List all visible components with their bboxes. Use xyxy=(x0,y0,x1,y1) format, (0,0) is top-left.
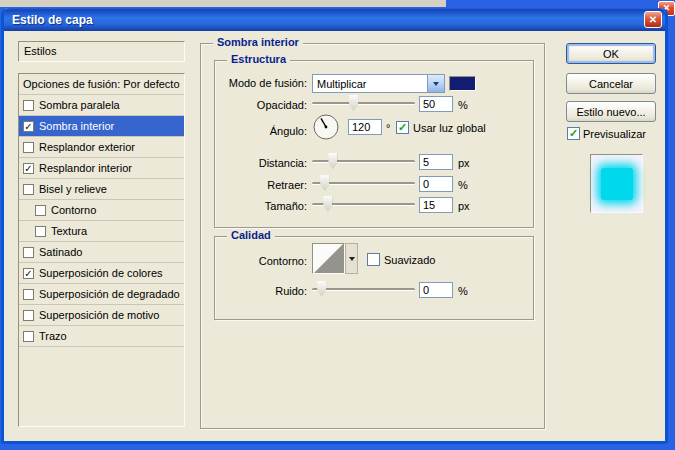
style-label: Resplandor exterior xyxy=(39,141,135,153)
angle-input[interactable] xyxy=(348,119,382,135)
distance-slider[interactable] xyxy=(312,153,415,169)
new-style-button[interactable]: Estilo nuevo... xyxy=(566,101,656,122)
style-list-item[interactable]: Superposición de motivo xyxy=(19,305,184,326)
size-unit: px xyxy=(458,200,470,212)
style-label: Trazo xyxy=(39,330,67,342)
angle-label: Ángulo: xyxy=(215,125,307,137)
contour-dropdown-button[interactable] xyxy=(345,243,358,274)
slider-track xyxy=(312,102,415,105)
antialias-checkbox[interactable] xyxy=(367,253,380,266)
preview-color xyxy=(601,168,633,200)
style-label: Sombra interior xyxy=(39,120,114,132)
opacity-slider[interactable] xyxy=(312,95,415,111)
style-checkbox[interactable] xyxy=(23,289,34,300)
chevron-down-icon xyxy=(433,82,439,86)
style-checkbox[interactable]: ✓ xyxy=(23,163,34,174)
style-label: Superposición de motivo xyxy=(39,309,159,321)
style-checkbox[interactable] xyxy=(23,247,34,258)
chevron-down-icon xyxy=(349,257,355,261)
opacity-slider-thumb[interactable] xyxy=(349,95,358,111)
style-checkbox[interactable] xyxy=(23,142,34,153)
contour-picker[interactable] xyxy=(312,243,345,274)
size-input[interactable] xyxy=(419,197,453,213)
global-light-checkbox[interactable]: ✓ xyxy=(396,121,409,134)
style-checkbox[interactable]: ✓ xyxy=(23,268,34,279)
style-label: Superposición de degradado xyxy=(39,288,180,300)
preview-label: Previsualizar xyxy=(583,128,646,140)
styles-header-label: Estilos xyxy=(24,45,56,57)
blend-mode-dropdown[interactable]: Multiplicar xyxy=(312,74,445,93)
quality-legend: Calidad xyxy=(227,229,275,241)
style-preview-thumbnail xyxy=(590,154,643,213)
dropdown-arrow-button[interactable] xyxy=(427,75,444,92)
layer-style-dialog: Estilo de capa ✕ Estilos Opciones de fus… xyxy=(1,8,668,444)
style-list-item[interactable]: ✓Superposición de colores xyxy=(19,263,184,284)
style-label: Sombra paralela xyxy=(39,99,120,111)
cancel-button[interactable]: Cancelar xyxy=(566,73,656,94)
blend-color-swatch[interactable] xyxy=(449,76,476,91)
style-checkbox[interactable] xyxy=(23,331,34,342)
structure-group: Estructura Modo de fusión: Multiplicar O… xyxy=(214,60,534,228)
noise-slider-thumb[interactable] xyxy=(317,281,326,297)
check-icon: ✓ xyxy=(569,127,578,139)
style-label: Opciones de fusión: Por defecto xyxy=(23,78,180,90)
panel-title: Sombra interior xyxy=(213,36,303,48)
style-list-item[interactable]: Contorno xyxy=(19,200,184,221)
styles-header[interactable]: Estilos xyxy=(18,41,185,62)
style-list-item[interactable]: ✓Resplandor interior xyxy=(19,158,184,179)
quality-group: Calidad Contorno: Suavizado Ruido: % xyxy=(214,236,534,320)
style-label: Superposición de colores xyxy=(39,267,163,279)
global-light-label: Usar luz global xyxy=(413,122,486,134)
style-list-item[interactable]: Opciones de fusión: Por defecto xyxy=(19,74,184,95)
style-label: Contorno xyxy=(51,204,96,216)
choke-label: Retraer: xyxy=(215,179,307,191)
style-list-item[interactable]: Trazo xyxy=(19,326,184,347)
style-list-item[interactable]: Satinado xyxy=(19,242,184,263)
style-checkbox[interactable] xyxy=(35,226,46,237)
distance-input[interactable] xyxy=(419,154,453,170)
choke-slider-thumb[interactable] xyxy=(320,175,329,191)
style-checkbox[interactable] xyxy=(23,100,34,111)
styles-list: Opciones de fusión: Por defectoSombra pa… xyxy=(18,73,185,427)
distance-slider-thumb[interactable] xyxy=(328,153,337,169)
style-checkbox[interactable]: ✓ xyxy=(23,121,34,132)
opacity-unit: % xyxy=(458,99,468,111)
style-list-item[interactable]: Superposición de degradado xyxy=(19,284,184,305)
style-checkbox[interactable] xyxy=(23,184,34,195)
style-list-item[interactable]: Sombra paralela xyxy=(19,95,184,116)
angle-dial[interactable] xyxy=(312,113,340,141)
preview-checkbox[interactable]: ✓ xyxy=(567,127,580,140)
style-list-item[interactable]: Bisel y relieve xyxy=(19,179,184,200)
angle-unit: ° xyxy=(386,122,390,134)
style-label: Bisel y relieve xyxy=(39,183,107,195)
noise-input[interactable] xyxy=(419,282,453,298)
close-icon: ✕ xyxy=(649,14,657,25)
slider-track xyxy=(312,160,415,163)
style-checkbox[interactable] xyxy=(35,205,46,216)
style-label: Satinado xyxy=(39,246,82,258)
style-label: Resplandor interior xyxy=(39,162,132,174)
opacity-label: Opacidad: xyxy=(215,99,307,111)
style-label: Textura xyxy=(51,225,87,237)
dialog-title: Estilo de capa xyxy=(4,13,93,27)
size-slider-thumb[interactable] xyxy=(323,196,332,212)
dialog-titlebar[interactable]: Estilo de capa ✕ xyxy=(4,8,665,31)
choke-slider[interactable] xyxy=(312,175,415,191)
background-window-edge xyxy=(0,0,446,7)
noise-label: Ruido: xyxy=(215,285,307,297)
dialog-content: Estilos Opciones de fusión: Por defectoS… xyxy=(4,31,665,438)
check-icon: ✓ xyxy=(398,121,407,133)
size-label: Tamaño: xyxy=(215,200,307,212)
choke-input[interactable] xyxy=(419,176,453,192)
style-list-item[interactable]: Resplandor exterior xyxy=(19,137,184,158)
style-list-item[interactable]: ✓Sombra interior xyxy=(19,116,184,137)
dialog-close-button[interactable]: ✕ xyxy=(644,11,662,28)
choke-unit: % xyxy=(458,179,468,191)
style-list-item[interactable]: Textura xyxy=(19,221,184,242)
opacity-input[interactable] xyxy=(419,96,453,112)
noise-slider[interactable] xyxy=(312,281,415,297)
ok-button[interactable]: OK xyxy=(566,43,656,64)
size-slider[interactable] xyxy=(312,196,415,212)
blend-mode-value: Multiplicar xyxy=(313,78,427,90)
style-checkbox[interactable] xyxy=(23,310,34,321)
